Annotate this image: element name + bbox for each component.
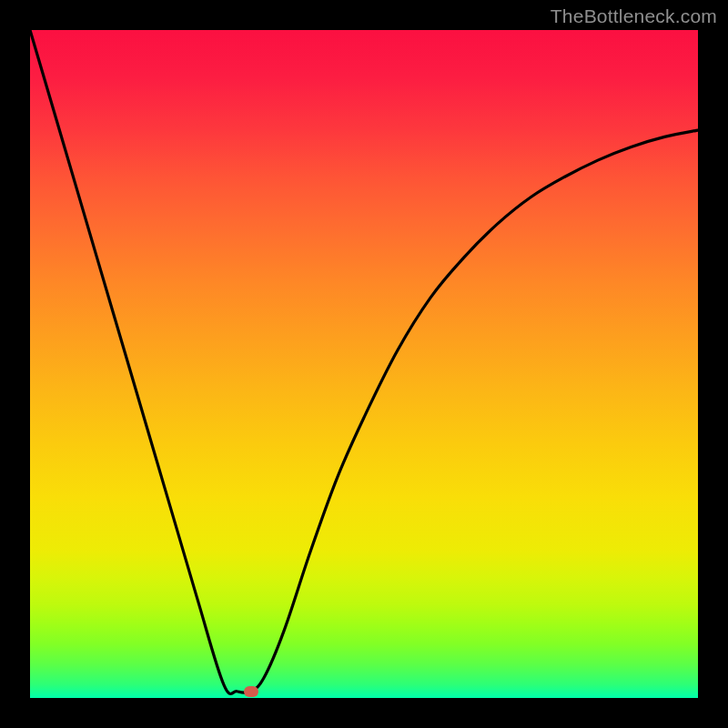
watermark-text: TheBottleneck.com	[551, 5, 717, 27]
chart-frame: TheBottleneck.com	[0, 0, 728, 728]
bottleneck-curve	[30, 30, 698, 698]
plot-area	[30, 30, 698, 698]
optimal-point-marker	[244, 686, 258, 697]
